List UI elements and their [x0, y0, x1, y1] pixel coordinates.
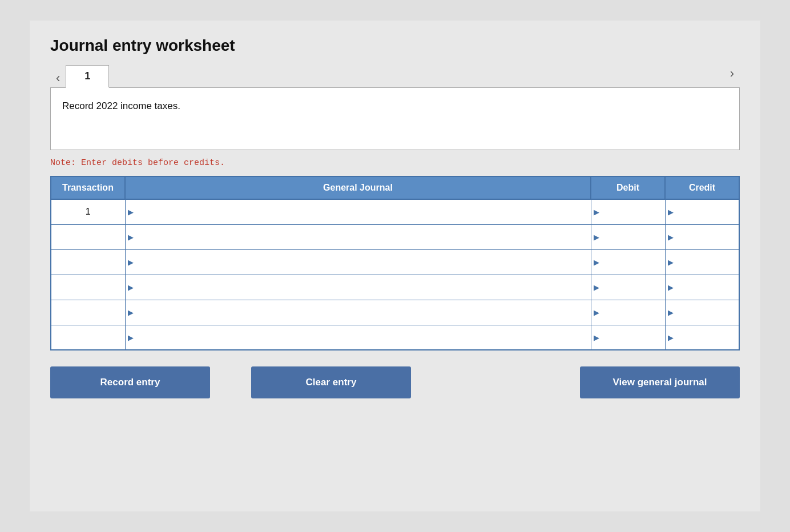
page-title: Journal entry worksheet: [50, 37, 740, 55]
journal-input[interactable]: [126, 225, 591, 249]
buttons-row: Record entry Clear entry View general jo…: [50, 366, 740, 398]
debit-input[interactable]: [591, 250, 665, 275]
view-general-journal-button[interactable]: View general journal: [580, 366, 740, 398]
description-box: Record 2022 income taxes.: [50, 87, 740, 150]
cell-transaction: 1: [51, 199, 125, 224]
tab-navigation: ‹ 1 ›: [50, 65, 740, 88]
journal-input[interactable]: [126, 200, 591, 224]
journal-input[interactable]: [126, 325, 591, 350]
table-row: ▶▶▶: [51, 300, 739, 325]
table-row: ▶▶▶: [51, 224, 739, 249]
next-tab-button[interactable]: ›: [724, 64, 740, 83]
cell-transaction: [51, 325, 125, 350]
cell-journal[interactable]: ▶: [125, 199, 591, 224]
credit-input[interactable]: [666, 200, 739, 224]
cell-credit[interactable]: ▶: [665, 249, 739, 275]
cell-transaction: [51, 249, 125, 275]
cell-journal[interactable]: ▶: [125, 300, 591, 325]
debit-input[interactable]: [591, 275, 665, 300]
debit-input[interactable]: [591, 300, 665, 325]
table-row: ▶▶▶: [51, 249, 739, 275]
cell-credit[interactable]: ▶: [665, 325, 739, 350]
clear-entry-button[interactable]: Clear entry: [251, 366, 411, 398]
header-debit: Debit: [591, 176, 665, 199]
description-text: Record 2022 income taxes.: [62, 100, 180, 111]
cell-debit[interactable]: ▶: [591, 275, 665, 300]
cell-credit[interactable]: ▶: [665, 300, 739, 325]
cell-credit[interactable]: ▶: [665, 224, 739, 249]
debit-input[interactable]: [591, 200, 665, 224]
cell-debit[interactable]: ▶: [591, 249, 665, 275]
debit-input[interactable]: [591, 325, 665, 350]
table-row: 1▶▶▶: [51, 199, 739, 224]
cell-credit[interactable]: ▶: [665, 275, 739, 300]
cell-debit[interactable]: ▶: [591, 199, 665, 224]
current-tab: 1: [66, 65, 109, 88]
credit-input[interactable]: [666, 275, 739, 300]
cell-transaction: [51, 275, 125, 300]
credit-input[interactable]: [666, 300, 739, 325]
record-entry-button[interactable]: Record entry: [50, 366, 210, 398]
cell-credit[interactable]: ▶: [665, 199, 739, 224]
journal-input[interactable]: [126, 275, 591, 300]
prev-tab-button[interactable]: ‹: [50, 68, 66, 88]
cell-debit[interactable]: ▶: [591, 224, 665, 249]
cell-journal[interactable]: ▶: [125, 275, 591, 300]
journal-input[interactable]: [126, 300, 591, 325]
credit-input[interactable]: [666, 325, 739, 350]
debit-input[interactable]: [591, 225, 665, 249]
cell-transaction: [51, 300, 125, 325]
journal-input[interactable]: [126, 250, 591, 275]
cell-transaction: [51, 224, 125, 249]
header-journal: General Journal: [125, 176, 591, 199]
cell-debit[interactable]: ▶: [591, 300, 665, 325]
cell-journal[interactable]: ▶: [125, 224, 591, 249]
cell-journal[interactable]: ▶: [125, 325, 591, 350]
note-text: Note: Enter debits before credits.: [50, 158, 740, 168]
credit-input[interactable]: [666, 250, 739, 275]
worksheet-container: Journal entry worksheet ‹ 1 › Record 202…: [30, 21, 760, 511]
cell-debit[interactable]: ▶: [591, 325, 665, 350]
header-transaction: Transaction: [51, 176, 125, 199]
table-row: ▶▶▶: [51, 275, 739, 300]
journal-table: Transaction General Journal Debit Credit…: [50, 176, 740, 350]
header-credit: Credit: [665, 176, 739, 199]
cell-journal[interactable]: ▶: [125, 249, 591, 275]
credit-input[interactable]: [666, 225, 739, 249]
table-row: ▶▶▶: [51, 325, 739, 350]
